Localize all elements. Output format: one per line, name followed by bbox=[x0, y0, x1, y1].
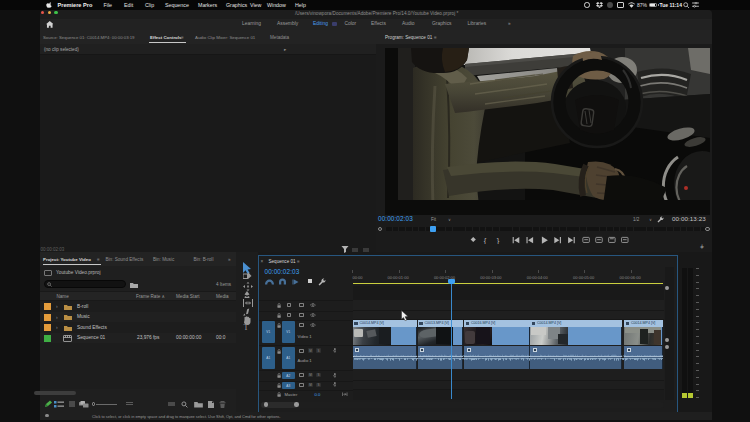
svg-text:}: } bbox=[497, 236, 500, 244]
svg-text:{: { bbox=[484, 236, 487, 244]
